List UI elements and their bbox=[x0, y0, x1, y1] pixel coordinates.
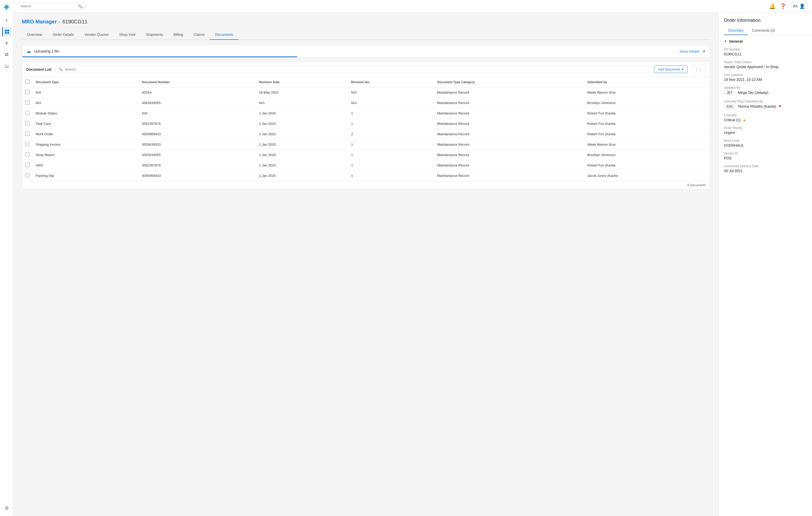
select-all-checkbox[interactable] bbox=[25, 80, 29, 84]
cell-submitted-by: Brooklyn Simmons bbox=[584, 98, 710, 108]
tab-overview[interactable]: Overview bbox=[22, 30, 47, 40]
breadcrumb-separator: › bbox=[59, 20, 60, 24]
cell-category: Maintainance Record bbox=[434, 129, 584, 139]
cell-doc-number: 0005969433 bbox=[139, 129, 256, 139]
notifications-icon[interactable]: 🔔 bbox=[769, 3, 776, 9]
work-code-label: Work Code bbox=[724, 139, 807, 142]
col-category: Document Type Category bbox=[434, 77, 584, 87]
add-icon[interactable]: + bbox=[2, 16, 11, 25]
tab-claims[interactable]: Claims bbox=[188, 30, 210, 40]
cell-submitted-by: Robert Fox (Kavita bbox=[584, 108, 710, 118]
cell-submitted-by: Brooklyn Simmons bbox=[584, 150, 710, 160]
panel-tab-comments[interactable]: Comments (0) bbox=[748, 26, 779, 35]
table-row[interactable]: N/A 4562634555 N/A N/A Maintainance Reco… bbox=[22, 98, 710, 108]
last-updated-row: Last Updated 19 Nov 2021, 10:12 AM bbox=[724, 73, 807, 82]
tab-order-details[interactable]: Order Details bbox=[47, 30, 79, 40]
col-revision-no: Revision No. bbox=[348, 77, 434, 87]
tab-billing[interactable]: Billing bbox=[168, 30, 188, 40]
repair-order-status-label: Repair Order Status bbox=[724, 60, 807, 64]
row-checkbox-7[interactable] bbox=[25, 163, 29, 167]
section-caret-icon: ▼ bbox=[724, 39, 727, 43]
table-row[interactable]: AWS 4562367676 1 Jan 2020 1 Maintainance… bbox=[22, 160, 710, 171]
cell-category: Maintainance Record bbox=[434, 160, 584, 171]
main-container: 🔍 🔔 ❓ BA 👤 MRO Manager › 6190CG11 Overvi… bbox=[13, 0, 812, 516]
dropdown-arrow-icon: ▾ bbox=[682, 67, 684, 71]
cell-rev-no: 1 bbox=[348, 108, 434, 118]
cell-rev-no: 1 bbox=[348, 150, 434, 160]
close-upload-button[interactable]: ✕ bbox=[702, 49, 706, 54]
table-row[interactable]: Module Status N/A 1 Jan 2020 1 Maintaina… bbox=[22, 108, 710, 118]
criticality-flag-badge: KAV bbox=[724, 104, 735, 109]
tab-documents[interactable]: Documents bbox=[210, 30, 239, 40]
cell-rev-date: 1 Jan 2020 bbox=[256, 150, 348, 160]
row-checkbox-3[interactable] bbox=[25, 121, 29, 125]
table-row[interactable]: Shipping Invoice 0059634533 1 Jan 2020 1… bbox=[22, 139, 710, 150]
work-code-row: Work Code OVERHAUL bbox=[724, 139, 807, 147]
cell-doc-number: N/A bbox=[139, 108, 256, 118]
table-row[interactable]: Task Card 4562367676 1 Jan 2020 1 Mainta… bbox=[22, 118, 710, 129]
table-row[interactable]: Work Order 0005969433 1 Jan 2020 2 Maint… bbox=[22, 129, 710, 139]
search-input[interactable] bbox=[21, 4, 76, 8]
cell-rev-date: N/A bbox=[256, 98, 348, 108]
vendor-id-row: Vendor ID POS bbox=[724, 152, 807, 160]
search-icon: 🔍 bbox=[78, 4, 82, 8]
page-tabs: Overview Order Details Vendor Quotes Sho… bbox=[22, 30, 710, 40]
grid-view-button[interactable]: ⋮⋮ bbox=[692, 65, 706, 74]
cell-rev-no: 1 bbox=[348, 118, 434, 129]
cell-category: Maintainance Record bbox=[434, 150, 584, 160]
table-row[interactable]: Packing Slip 0005969433 1 Jan 2020 1 Mai… bbox=[22, 171, 710, 181]
show-details-link[interactable]: Show Details bbox=[679, 49, 699, 53]
cell-doc-number: 0059634533 bbox=[139, 139, 256, 150]
svg-rect-2 bbox=[7, 30, 9, 31]
user-initials: BA bbox=[793, 4, 798, 8]
content-area: MRO Manager › 6190CG11 Overview Order De… bbox=[13, 12, 812, 516]
table-row[interactable]: N/A 0026A 18 May 2022 N/A Maintainance R… bbox=[22, 87, 710, 98]
cell-doc-type: AWS bbox=[32, 160, 139, 171]
row-checkbox-4[interactable] bbox=[25, 132, 29, 136]
cell-rev-no: N/A bbox=[348, 87, 434, 98]
cell-doc-number: 4562634555 bbox=[139, 150, 256, 160]
cell-rev-no: 1 bbox=[348, 139, 434, 150]
help-icon[interactable]: ❓ bbox=[780, 3, 786, 9]
repair-order-status-value: Vendor Quote Approved / In-Shop bbox=[724, 65, 807, 69]
plane-nav-icon[interactable]: ✈ bbox=[2, 38, 11, 48]
add-document-button[interactable]: Add Document ▾ bbox=[654, 65, 688, 73]
order-priority-row: Order Priority Urgent bbox=[724, 126, 807, 135]
contracted-delivery-value: 30 Jul 2021 bbox=[724, 169, 807, 173]
tab-shipments[interactable]: Shipments bbox=[141, 30, 168, 40]
app-logo[interactable] bbox=[3, 3, 11, 11]
updated-by-row: Updated By JET Mega Tau (Jetway) bbox=[724, 86, 807, 96]
cell-submitted-by: Jacob Jones (Kavita bbox=[584, 171, 710, 181]
row-checkbox-2[interactable] bbox=[25, 111, 29, 115]
criticality-value: Critical (1) ▲ bbox=[724, 118, 807, 122]
document-panel-header: Document List 🔍 Add Document ▾ ⋮⋮ bbox=[22, 62, 710, 77]
row-checkbox-0[interactable] bbox=[25, 90, 29, 94]
cell-doc-type: N/A bbox=[32, 87, 139, 98]
user-menu[interactable]: BA 👤 bbox=[790, 2, 808, 10]
tab-vendor-quotes[interactable]: Vendor Quotes bbox=[79, 30, 114, 40]
table-row[interactable]: Shop Report 4562634555 1 Jan 2020 1 Main… bbox=[22, 150, 710, 160]
col-revision-date: Revision Date bbox=[256, 77, 348, 87]
row-checkbox-6[interactable] bbox=[25, 153, 29, 157]
document-search-input[interactable] bbox=[65, 67, 647, 71]
criticality-flag-value: KAV Norma Rhodes (Kavita) ⚑ bbox=[724, 104, 807, 109]
breadcrumb-current: 6190CG11 bbox=[62, 19, 88, 25]
row-checkbox-5[interactable] bbox=[25, 142, 29, 146]
sidebar: + ✈ ⇄ 🗂 ⚙ bbox=[0, 0, 13, 516]
document-count-footer: 9 Documents bbox=[22, 181, 710, 189]
tab-shop-visit[interactable]: Shop Visit bbox=[114, 30, 141, 40]
panel-tab-summary[interactable]: Summary bbox=[724, 26, 748, 35]
breadcrumb-link[interactable]: MRO Manager bbox=[22, 19, 57, 25]
cell-rev-date: 1 Jan 2020 bbox=[256, 118, 348, 129]
dashboard-icon[interactable] bbox=[2, 27, 11, 36]
row-checkbox-8[interactable] bbox=[25, 173, 29, 178]
cell-doc-type: Shipping Invoice bbox=[32, 139, 139, 150]
folder-nav-icon[interactable]: 🗂 bbox=[2, 61, 11, 71]
vendor-id-label: Vendor ID bbox=[724, 152, 807, 155]
transfer-nav-icon[interactable]: ⇄ bbox=[2, 50, 11, 59]
document-search-box[interactable]: 🔍 bbox=[56, 66, 650, 73]
search-box[interactable]: 🔍 bbox=[18, 3, 85, 10]
settings-nav-icon[interactable]: ⚙ bbox=[2, 504, 11, 513]
row-checkbox-1[interactable] bbox=[25, 100, 29, 105]
cell-category: Maintainance Record bbox=[434, 87, 584, 98]
